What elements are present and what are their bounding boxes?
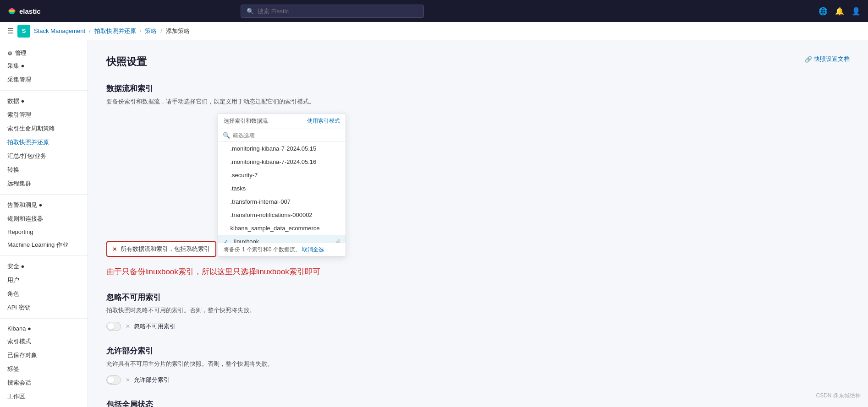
list-item-linuxbook[interactable]: ✓ linuxbook ⏎ — [218, 235, 346, 243]
section-partial: 允许部分索引 允许具有不可用主分片的索引的快照。否则，整个快照将失败。 ✕ 允许… — [106, 346, 850, 385]
tag-label: 所有数据流和索引，包括系统索引 — [121, 245, 210, 253]
search-bar[interactable]: 🔍 — [241, 5, 424, 18]
dropdown-items: .monitoring-kibana-7-2024.05.15 .monitor… — [218, 142, 346, 243]
dropdown-footer: 将备份 1 个索引和0 个数据流。 取消全选 — [218, 243, 346, 256]
section-desc-data-streams: 要备份索引和数据流，请手动选择它们，以定义用于动态迁配它们的索引模式。 — [106, 98, 850, 106]
sidebar-item-roles[interactable]: 角色 — [0, 287, 88, 301]
link-icon: 🔗 — [805, 56, 812, 63]
partial-toggle-knob — [108, 377, 114, 383]
sidebar-divider-3 — [0, 255, 88, 256]
svg-point-2 — [8, 10, 16, 12]
annotation-text: 由于只备份linuxbook索引，所以这里只选择linuxbook索引即可 — [106, 266, 850, 278]
deselect-all-link[interactable]: 取消全选 — [302, 246, 324, 253]
layout: ⚙ 管理 采集 ● 采集管理 数据 ● 索引管理 索引生命周期策略 拍取快照并还… — [0, 40, 868, 407]
dropdown-search-icon: 🔍 — [223, 132, 230, 139]
return-icon: ⏎ — [335, 239, 340, 243]
sidebar-item-index-patterns[interactable]: 索引模式 — [0, 335, 88, 348]
sidebar-item-ilm[interactable]: 索引生命周期策略 — [0, 122, 88, 136]
sidebar-item-security[interactable]: 安全 ● — [0, 260, 88, 273]
sidebar-item-kibana[interactable]: Kibana ● — [0, 322, 88, 335]
main-content: 快照设置 🔗 快照设置文档 数据流和索引 要备份索引和数据流，请手动选择它们，以… — [88, 40, 868, 407]
page-header: 快照设置 🔗 快照设置文档 — [106, 55, 850, 72]
search-input[interactable] — [258, 8, 418, 15]
breadcrumb-bar: ☰ S Stack Management / 拍取快照并还原 / 策略 / 添加… — [0, 22, 868, 40]
section-title-partial: 允许部分索引 — [106, 346, 850, 356]
doc-link[interactable]: 🔗 快照设置文档 — [805, 55, 850, 63]
ignore-toggle[interactable] — [106, 322, 121, 331]
breadcrumb-policies[interactable]: 策略 — [145, 27, 157, 35]
sidebar-divider-2 — [0, 194, 88, 195]
list-item[interactable]: kibana_sample_data_ecommerce — [218, 222, 346, 235]
sidebar-item-data[interactable]: 数据 ● — [0, 94, 88, 108]
section-data-streams: 数据流和索引 要备份索引和数据流，请手动选择它们，以定义用于动态迁配它们的索引模… — [106, 83, 850, 277]
list-item[interactable]: .security-7 — [218, 168, 346, 182]
breadcrumb-sep-1: / — [89, 27, 91, 34]
section-title-data-streams: 数据流和索引 — [106, 83, 850, 94]
breadcrumb-snapshots[interactable]: 拍取快照并还原 — [94, 27, 136, 35]
partial-toggle-row: ✕ 允许部分索引 — [106, 375, 850, 385]
sidebar-item-ml[interactable]: Machine Learning 作业 — [0, 238, 88, 252]
breadcrumb-sep-2: / — [140, 27, 142, 34]
dropdown-search-input[interactable] — [233, 132, 341, 139]
sidebar-divider-1 — [0, 90, 88, 91]
sidebar-item-users[interactable]: 用户 — [0, 273, 88, 287]
dropdown-container: 选择索引和数据流 使用索引模式 🔍 .monitoring-kibana-7-2… — [218, 113, 346, 257]
list-item[interactable]: .monitoring-kibana-7-2024.05.15 — [218, 142, 346, 155]
elastic-logo: elastic — [7, 6, 41, 16]
sidebar-item-snapshots[interactable]: 拍取快照并还原 — [0, 136, 88, 149]
section-desc-partial: 允许具有不可用主分片的索引的快照。否则，整个快照将失败。 — [106, 360, 850, 368]
section-title-ignore: 忽略不可用索引 — [106, 292, 850, 303]
sidebar-item-search-sessions[interactable]: 搜索会话 — [0, 376, 88, 390]
list-item[interactable]: .transform-notifications-000002 — [218, 208, 346, 222]
sidebar-item-ingest[interactable]: 采集 ● — [0, 59, 88, 73]
section-title-global: 包括全局状态 — [106, 399, 850, 407]
sidebar-item-index-mgmt[interactable]: 索引管理 — [0, 108, 88, 122]
sidebar-item-workspaces[interactable]: 工作区 — [0, 390, 88, 403]
sidebar-item-transform[interactable]: 转换 — [0, 163, 88, 177]
partial-x-badge: ✕ — [126, 377, 130, 383]
list-item[interactable]: .tasks — [218, 182, 346, 195]
list-item[interactable]: .transform-internal-007 — [218, 195, 346, 208]
sidebar-item-advanced[interactable]: 高级设置 — [0, 403, 88, 407]
sidebar-item-ingest-manage[interactable]: 采集管理 — [0, 73, 88, 87]
dropdown-search: 🔍 — [218, 129, 346, 142]
watermark: CSDN @东城绝神 — [816, 392, 861, 400]
topbar: elastic 🔍 🌐 🔔 👤 — [0, 0, 868, 22]
breadcrumb-current: 添加策略 — [166, 27, 190, 35]
list-item[interactable]: .monitoring-kibana-7-2024.05.16 — [218, 155, 346, 168]
breadcrumb-stack-management[interactable]: Stack Management — [34, 27, 85, 34]
bell-icon[interactable]: 🔔 — [835, 7, 844, 16]
sidebar-item-tags[interactable]: 标签 — [0, 362, 88, 376]
kibana-logo: S — [17, 25, 30, 38]
sidebar: ⚙ 管理 采集 ● 采集管理 数据 ● 索引管理 索引生命周期策略 拍取快照并还… — [0, 40, 88, 407]
sidebar-item-api-keys[interactable]: API 密钥 — [0, 301, 88, 315]
dropdown-header-label: 选择索引和数据流 — [224, 117, 268, 125]
check-icon: ✓ — [224, 239, 230, 243]
dropdown-header: 选择索引和数据流 使用索引模式 — [218, 114, 346, 129]
topbar-icons: 🌐 🔔 👤 — [819, 7, 861, 16]
sidebar-item-saved-objects[interactable]: 已保存对象 — [0, 348, 88, 362]
globe-icon[interactable]: 🌐 — [819, 7, 828, 16]
ignore-toggle-knob — [108, 323, 114, 330]
sidebar-item-rules[interactable]: 规则和连接器 — [0, 212, 88, 226]
partial-toggle-label: 允许部分索引 — [134, 376, 170, 384]
tag-close-btn[interactable]: × — [113, 245, 117, 253]
menu-icon[interactable]: ☰ — [7, 27, 14, 35]
sidebar-divider-4 — [0, 318, 88, 319]
sidebar-item-alerts[interactable]: 告警和洞见 ● — [0, 198, 88, 212]
index-tag: × 所有数据流和索引，包括系统索引 — [106, 241, 216, 257]
ignore-x-badge: ✕ — [126, 323, 130, 330]
sidebar-item-rollup[interactable]: 汇总/打包/业务 — [0, 149, 88, 163]
breadcrumb-sep-3: / — [160, 27, 162, 34]
gear-icon: ⚙ — [7, 50, 12, 57]
use-index-pattern-link[interactable]: 使用索引模式 — [307, 117, 340, 125]
ignore-toggle-row: ✕ 忽略不可用索引 — [106, 322, 850, 331]
sidebar-item-remote-cluster[interactable]: 远程集群 — [0, 177, 88, 190]
sidebar-item-reporting[interactable]: Reporting — [0, 226, 88, 238]
page-title: 快照设置 — [106, 55, 147, 69]
user-icon[interactable]: 👤 — [852, 7, 861, 16]
section-desc-ignore: 拍取快照时忽略不可用的索引。否则，整个快照将失败。 — [106, 306, 850, 315]
partial-toggle[interactable] — [106, 375, 121, 385]
sidebar-section-management: ⚙ 管理 — [0, 46, 88, 59]
section-global-state: 包括全局状态 将全局集群状态和系统索引存储为快照的一部分。 包括全局状态 — [106, 399, 850, 407]
